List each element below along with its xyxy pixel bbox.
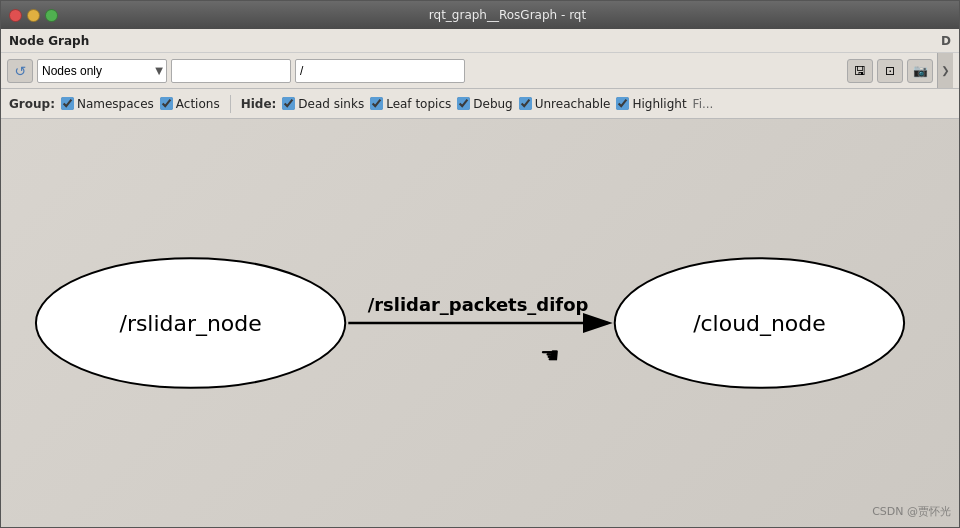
dead-sinks-checkbox[interactable] [282, 97, 295, 110]
toolbar: ↺ Nodes only Nodes/Topics (all) Nodes/To… [1, 53, 959, 89]
cursor-hand: ☚ [540, 343, 560, 368]
save-icon: 🖫 [854, 64, 866, 78]
node-cloud-label: /cloud_node [693, 311, 826, 336]
window-title: rqt_graph__RosGraph - rqt [64, 8, 951, 22]
window-controls [9, 9, 58, 22]
edge-label: /rslidar_packets_difop [368, 294, 589, 315]
highlight-checkbox[interactable] [616, 97, 629, 110]
filter-input[interactable] [171, 59, 291, 83]
panel-collapse-button[interactable]: ❯ [937, 53, 953, 88]
save-button[interactable]: 🖫 [847, 59, 873, 83]
titlebar: rqt_graph__RosGraph - rqt [1, 1, 959, 29]
leaf-topics-checkbox[interactable] [370, 97, 383, 110]
hide-leaf-topics: Leaf topics [370, 97, 451, 111]
screenshot-button[interactable]: 📷 [907, 59, 933, 83]
debug-label: Debug [473, 97, 512, 111]
highlight-item: Highlight [616, 97, 686, 111]
watermark: CSDN @贾怀光 [872, 504, 951, 519]
refresh-icon: ↺ [14, 63, 26, 79]
panel-collapse-btn[interactable]: D [941, 34, 951, 48]
chevron-right-icon: ❯ [941, 65, 949, 76]
filter-divider [230, 95, 231, 113]
fit-button[interactable]: ⊡ [877, 59, 903, 83]
actions-label: Actions [176, 97, 220, 111]
actions-checkbox[interactable] [160, 97, 173, 110]
more-filters-label: Fi... [693, 97, 714, 111]
hide-debug: Debug [457, 97, 512, 111]
group-label: Group: [9, 97, 55, 111]
minimize-button[interactable] [27, 9, 40, 22]
fit-icon: ⊡ [885, 64, 895, 78]
main-window: rqt_graph__RosGraph - rqt Node Graph D ↺… [0, 0, 960, 528]
unreachable-checkbox[interactable] [519, 97, 532, 110]
namespace-input[interactable] [295, 59, 465, 83]
node-rslidar-label: /rslidar_node [120, 311, 262, 336]
view-mode-select[interactable]: Nodes only Nodes/Topics (all) Nodes/Topi… [37, 59, 167, 83]
graph-canvas: /rslidar_node /cloud_node /rslidar_packe… [1, 119, 959, 527]
refresh-button[interactable]: ↺ [7, 59, 33, 83]
hide-dead-sinks: Dead sinks [282, 97, 364, 111]
group-namespaces: Namespaces [61, 97, 154, 111]
leaf-topics-label: Leaf topics [386, 97, 451, 111]
debug-checkbox[interactable] [457, 97, 470, 110]
camera-icon: 📷 [913, 64, 928, 78]
hide-unreachable: Unreachable [519, 97, 611, 111]
view-mode-select-wrapper: Nodes only Nodes/Topics (all) Nodes/Topi… [37, 59, 167, 83]
maximize-button[interactable] [45, 9, 58, 22]
group-actions: Actions [160, 97, 220, 111]
highlight-label: Highlight [632, 97, 686, 111]
close-button[interactable] [9, 9, 22, 22]
filterbar: Group: Namespaces Actions Hide: Dead sin… [1, 89, 959, 119]
unreachable-label: Unreachable [535, 97, 611, 111]
dead-sinks-label: Dead sinks [298, 97, 364, 111]
namespaces-label: Namespaces [77, 97, 154, 111]
namespaces-checkbox[interactable] [61, 97, 74, 110]
graph-area[interactable]: /rslidar_node /cloud_node /rslidar_packe… [1, 119, 959, 527]
panel-title: Node Graph [9, 34, 89, 48]
hide-label: Hide: [241, 97, 277, 111]
panel-header: Node Graph D [1, 29, 959, 53]
